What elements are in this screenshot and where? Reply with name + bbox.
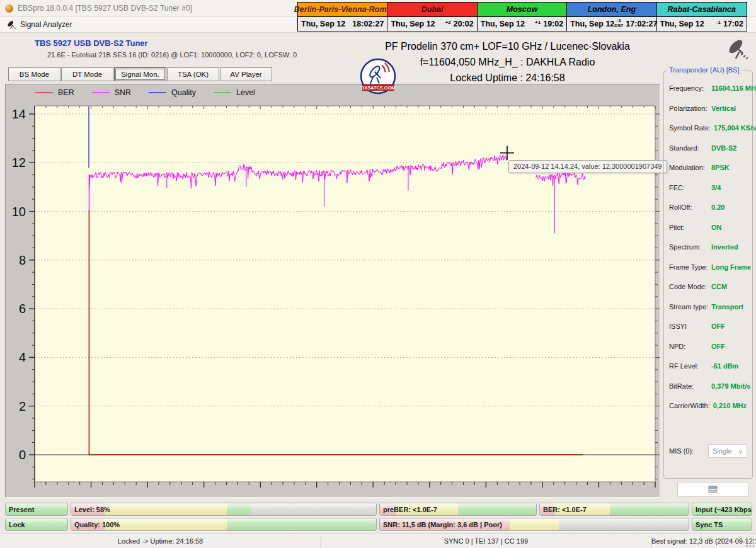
transponder-row-label: Code Mode: bbox=[669, 281, 708, 293]
clock-date: Thu, Sep 12 bbox=[391, 20, 435, 28]
svg-text:10: 10 bbox=[12, 205, 26, 219]
transponder-panel-title: Transponder (AU) [BS] bbox=[667, 66, 741, 74]
svg-text:14: 14 bbox=[12, 107, 26, 121]
transponder-row-rolloff: RollOff: 0.20 bbox=[669, 202, 750, 214]
tab-bs-mode[interactable]: BS Mode bbox=[8, 67, 60, 81]
annotation-line1: PF Prodelin 370 cm+ LOF=10 GHz / Lucenec… bbox=[348, 38, 667, 54]
clock-time: 19:02 bbox=[543, 20, 563, 28]
legend-item-level: Level bbox=[214, 88, 255, 97]
transponder-row-value: Inverted bbox=[711, 241, 738, 253]
world-clock-berlin-paris-vienna-roma: Berlin-Paris-Vienna-Roma Thu, Sep 12 18:… bbox=[298, 3, 387, 31]
world-clock-rabat-casablanca: Rabat-Casablanca Thu, Sep 12 -1 17:02 bbox=[657, 3, 747, 31]
clock-time: 17:02:27 bbox=[626, 20, 657, 28]
mis-selected-value: Single bbox=[713, 447, 738, 455]
clock-city-name: Dubai bbox=[421, 5, 444, 14]
mis-select[interactable]: Single ∨ bbox=[708, 444, 747, 458]
transponder-row-value: Vertical bbox=[711, 103, 736, 115]
clock-city-header: Berlin-Paris-Vienna-Roma bbox=[298, 3, 387, 17]
legend-label: Quality bbox=[171, 88, 196, 97]
tab-tsa-ok[interactable]: TSA (OK) bbox=[167, 67, 219, 81]
transponder-row-bitrate: BitRate: 0,379 Mbit/s bbox=[669, 380, 750, 392]
transponder-row-value: 0,210 MHz bbox=[713, 400, 747, 412]
transponder-row-label: Standard: bbox=[669, 142, 708, 154]
legend-label: Level bbox=[236, 88, 255, 97]
mode-tabs: BS ModeDT ModeSignal Mon.TSA (OK)AV Play… bbox=[8, 67, 273, 81]
mis-row: MIS (0): Single ∨ bbox=[669, 444, 747, 458]
meter-label: preBER: <1.0E-7 bbox=[383, 506, 437, 513]
legend-label: SNR bbox=[115, 88, 131, 97]
tab-signal-mon[interactable]: Signal Mon. bbox=[114, 67, 166, 81]
statusbar-best-signal: Best signal: 12,3 dB (2024-09-12 14:19) bbox=[651, 537, 746, 545]
transponder-row-value: -51 dBm bbox=[711, 360, 738, 372]
transponder-row-stream-type: Stream type: Transport bbox=[669, 301, 750, 313]
legend-color-swatch bbox=[214, 92, 231, 93]
transponder-row-value: 11604,116 MHz bbox=[711, 83, 756, 94]
transponder-row-polarization: Polarization: Vertical bbox=[669, 103, 750, 115]
transponder-row-label: Spectrum: bbox=[669, 241, 708, 253]
status-meters-row2: LockQuality: 100%SNR: 11,5 dB (Margin: 3… bbox=[5, 518, 752, 531]
transponder-row-spectrum: Spectrum: Inverted bbox=[669, 241, 750, 253]
svg-text:0: 0 bbox=[19, 448, 26, 462]
resize-grip[interactable] bbox=[747, 539, 755, 547]
svg-text:4: 4 bbox=[19, 350, 26, 364]
statusbar-sync-counters: SYNC 0 | TEI 137 | CC 199 bbox=[321, 537, 651, 545]
transponder-rows: Frequency: 11604,116 MHz Polarization: V… bbox=[669, 83, 750, 420]
meter-label: Present bbox=[9, 506, 34, 513]
transponder-row-label: Frame Type: bbox=[669, 261, 708, 273]
world-clock-moscow: Moscow Thu, Sep 12 +1 19:02 bbox=[478, 3, 567, 31]
window-title: EBSpro 18.0.0.4 [TBS 5927 USB DVB-S2 Tun… bbox=[18, 4, 192, 13]
transponder-row-label: RF Level: bbox=[669, 360, 708, 372]
clock-date: Thu, Sep 12 bbox=[660, 20, 704, 28]
transponder-row-label: BitRate: bbox=[669, 380, 708, 392]
dxsatcs-logo: DXSATCS.COM bbox=[360, 58, 396, 94]
meter-label: Quality: 100% bbox=[74, 521, 120, 528]
clock-utc-offset: -1 DST bbox=[614, 20, 623, 28]
meter-ber-1-0e-7: BER: <1.0E-7 bbox=[539, 503, 689, 516]
clock-city-name: London, Eng bbox=[588, 5, 636, 14]
transponder-row-label: RollOff: bbox=[669, 202, 708, 214]
transponder-row-value: Long Frame bbox=[711, 261, 751, 273]
transponder-row-value: 8PSK bbox=[711, 162, 730, 174]
transponder-row-value: 0,379 Mbit/s bbox=[711, 380, 750, 392]
status-meters-row1: PresentLevel: 58%preBER: <1.0E-7BER: <1.… bbox=[5, 503, 752, 516]
meter-present: Present bbox=[5, 503, 68, 516]
transponder-row-npd: NPD: OFF bbox=[669, 341, 750, 353]
meter-input-423-kbps: Input (~423 Kbps) bbox=[692, 503, 752, 516]
chart-tooltip: 2024-09-12 14.14.24, value: 12,300000190… bbox=[508, 160, 667, 173]
tuner-name: TBS 5927 USB DVB-S2 Tuner bbox=[35, 38, 148, 48]
meter-label: Lock bbox=[9, 521, 25, 528]
tab-dt-mode[interactable]: DT Mode bbox=[61, 67, 113, 81]
clock-city-name: Moscow bbox=[507, 5, 537, 14]
clock-time: 20:02 bbox=[454, 20, 474, 28]
clock-date: Thu, Sep 12 bbox=[481, 20, 525, 28]
transponder-row-value: ON bbox=[711, 222, 722, 234]
clock-city-header: Dubai bbox=[387, 3, 476, 17]
meter-level-58: Level: 58% bbox=[71, 503, 377, 516]
transponder-row-label: Frequency: bbox=[669, 83, 708, 94]
tab-av-player[interactable]: AV Player bbox=[220, 67, 272, 81]
clock-utc-offset: +1 bbox=[535, 22, 541, 26]
toolbar-label: Signal Analyzer bbox=[20, 20, 72, 29]
stack-icon bbox=[708, 486, 718, 493]
transponder-row-issyi: ISSYI OFF bbox=[669, 321, 750, 333]
meter-snr-11-5-db-margin-3-6-db-poor: SNR: 11,5 dB (Margin: 3,6 dB | Poor) bbox=[379, 518, 689, 531]
panel-footer-button[interactable] bbox=[677, 482, 748, 497]
chart-legend: BER SNR Quality Level bbox=[35, 88, 255, 97]
chevron-down-icon: ∨ bbox=[738, 448, 743, 455]
meter-label: Input (~423 Kbps) bbox=[696, 506, 752, 513]
transponder-row-pilot: Pilot: ON bbox=[669, 222, 750, 234]
legend-color-swatch bbox=[149, 92, 166, 93]
clock-city-name: Berlin-Paris-Vienna-Roma bbox=[294, 5, 391, 14]
transponder-row-label: CarrierWidth: bbox=[669, 400, 710, 412]
clock-city-header: Moscow bbox=[478, 3, 566, 17]
transponder-row-label: Modulation: bbox=[669, 162, 708, 174]
transponder-row-fec: FEC: 3/4 bbox=[669, 182, 750, 194]
transponder-row-value: 0.20 bbox=[711, 202, 724, 214]
svg-text:12: 12 bbox=[12, 156, 26, 169]
transponder-row-value: DVB-S2 bbox=[711, 142, 736, 154]
legend-item-ber: BER bbox=[35, 88, 74, 97]
transponder-row-carrierwidth: CarrierWidth: 0,210 MHz bbox=[669, 400, 750, 412]
signal-chart[interactable]: 02468101214 bbox=[5, 84, 660, 498]
logo-text: DXSATCS.COM bbox=[361, 85, 395, 91]
tuner-details: 21.6E - Eutelsat 21B SES 16 (ID: 0216) @… bbox=[47, 51, 297, 59]
